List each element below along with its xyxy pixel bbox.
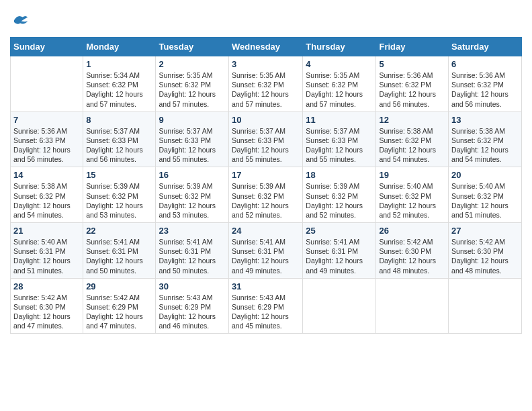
day-number: 19	[379, 170, 445, 180]
calendar-cell: 15Sunrise: 5:39 AM Sunset: 6:32 PM Dayli…	[83, 167, 156, 223]
calendar-cell: 29Sunrise: 5:42 AM Sunset: 6:29 PM Dayli…	[83, 278, 156, 334]
day-number: 9	[159, 115, 226, 125]
day-number: 6	[451, 59, 519, 69]
calendar-cell: 23Sunrise: 5:41 AM Sunset: 6:31 PM Dayli…	[156, 223, 229, 279]
day-number: 3	[232, 59, 300, 69]
day-info: Sunrise: 5:41 AM Sunset: 6:31 PM Dayligh…	[159, 237, 226, 275]
day-info: Sunrise: 5:37 AM Sunset: 6:33 PM Dayligh…	[159, 126, 226, 165]
day-number: 25	[306, 226, 373, 236]
day-info: Sunrise: 5:40 AM Sunset: 6:32 PM Dayligh…	[379, 181, 445, 220]
day-info: Sunrise: 5:39 AM Sunset: 6:32 PM Dayligh…	[86, 181, 152, 220]
day-number: 27	[451, 226, 519, 236]
calendar-cell: 3Sunrise: 5:35 AM Sunset: 6:32 PM Daylig…	[229, 56, 303, 112]
day-number: 2	[159, 59, 226, 69]
calendar-cell: 5Sunrise: 5:36 AM Sunset: 6:32 PM Daylig…	[376, 56, 449, 112]
day-number: 20	[451, 170, 519, 180]
day-number: 15	[86, 170, 152, 180]
page-header	[10, 10, 522, 30]
day-info: Sunrise: 5:41 AM Sunset: 6:31 PM Dayligh…	[86, 237, 152, 275]
calendar-cell: 28Sunrise: 5:42 AM Sunset: 6:30 PM Dayli…	[11, 278, 83, 334]
day-info: Sunrise: 5:38 AM Sunset: 6:32 PM Dayligh…	[13, 181, 80, 220]
week-row-4: 21Sunrise: 5:40 AM Sunset: 6:31 PM Dayli…	[11, 223, 522, 279]
day-number: 11	[306, 115, 373, 125]
day-info: Sunrise: 5:36 AM Sunset: 6:32 PM Dayligh…	[451, 71, 519, 109]
day-info: Sunrise: 5:39 AM Sunset: 6:32 PM Dayligh…	[232, 181, 300, 220]
day-info: Sunrise: 5:38 AM Sunset: 6:32 PM Dayligh…	[379, 126, 445, 165]
week-row-5: 28Sunrise: 5:42 AM Sunset: 6:30 PM Dayli…	[11, 278, 522, 334]
calendar-cell: 22Sunrise: 5:41 AM Sunset: 6:31 PM Dayli…	[83, 223, 156, 279]
day-number: 24	[232, 226, 300, 236]
calendar-cell: 6Sunrise: 5:36 AM Sunset: 6:32 PM Daylig…	[449, 56, 522, 112]
calendar-cell: 7Sunrise: 5:36 AM Sunset: 6:33 PM Daylig…	[11, 111, 83, 167]
day-info: Sunrise: 5:39 AM Sunset: 6:32 PM Dayligh…	[159, 181, 226, 220]
day-info: Sunrise: 5:43 AM Sunset: 6:29 PM Dayligh…	[159, 293, 226, 331]
day-number: 10	[232, 115, 300, 125]
calendar-cell: 14Sunrise: 5:38 AM Sunset: 6:32 PM Dayli…	[11, 167, 83, 223]
logo	[10, 10, 33, 30]
day-number: 16	[159, 170, 226, 180]
calendar-cell: 10Sunrise: 5:37 AM Sunset: 6:33 PM Dayli…	[229, 111, 303, 167]
calendar-cell: 21Sunrise: 5:40 AM Sunset: 6:31 PM Dayli…	[11, 223, 83, 279]
day-info: Sunrise: 5:37 AM Sunset: 6:33 PM Dayligh…	[306, 126, 373, 165]
day-info: Sunrise: 5:35 AM Sunset: 6:32 PM Dayligh…	[232, 71, 300, 109]
day-number: 7	[13, 115, 80, 125]
calendar-cell: 20Sunrise: 5:40 AM Sunset: 6:32 PM Dayli…	[449, 167, 522, 223]
day-number: 8	[86, 115, 152, 125]
column-header-friday: Friday	[376, 38, 449, 56]
day-number: 14	[13, 170, 80, 180]
day-number: 17	[232, 170, 300, 180]
day-number: 5	[379, 59, 445, 69]
week-row-3: 14Sunrise: 5:38 AM Sunset: 6:32 PM Dayli…	[11, 167, 522, 223]
day-number: 18	[306, 170, 373, 180]
day-number: 13	[451, 115, 519, 125]
calendar-cell: 4Sunrise: 5:35 AM Sunset: 6:32 PM Daylig…	[303, 56, 376, 112]
day-number: 12	[379, 115, 445, 125]
day-info: Sunrise: 5:41 AM Sunset: 6:31 PM Dayligh…	[306, 237, 373, 275]
calendar-cell: 30Sunrise: 5:43 AM Sunset: 6:29 PM Dayli…	[156, 278, 229, 334]
day-info: Sunrise: 5:39 AM Sunset: 6:32 PM Dayligh…	[306, 181, 373, 220]
column-header-tuesday: Tuesday	[156, 38, 229, 56]
calendar-cell: 9Sunrise: 5:37 AM Sunset: 6:33 PM Daylig…	[156, 111, 229, 167]
calendar-cell: 26Sunrise: 5:42 AM Sunset: 6:30 PM Dayli…	[376, 223, 449, 279]
logo-bird-icon	[10, 10, 30, 30]
column-header-wednesday: Wednesday	[229, 38, 303, 56]
day-number: 31	[232, 281, 300, 291]
day-info: Sunrise: 5:37 AM Sunset: 6:33 PM Dayligh…	[86, 126, 152, 165]
calendar-cell: 13Sunrise: 5:38 AM Sunset: 6:32 PM Dayli…	[449, 111, 522, 167]
calendar-cell: 18Sunrise: 5:39 AM Sunset: 6:32 PM Dayli…	[303, 167, 376, 223]
day-info: Sunrise: 5:40 AM Sunset: 6:31 PM Dayligh…	[13, 237, 80, 275]
calendar-body: 1Sunrise: 5:34 AM Sunset: 6:32 PM Daylig…	[11, 56, 522, 334]
day-info: Sunrise: 5:41 AM Sunset: 6:31 PM Dayligh…	[232, 237, 300, 275]
column-header-monday: Monday	[83, 38, 156, 56]
column-header-sunday: Sunday	[11, 38, 83, 56]
column-header-thursday: Thursday	[303, 38, 376, 56]
calendar-cell	[303, 278, 376, 334]
calendar-cell: 19Sunrise: 5:40 AM Sunset: 6:32 PM Dayli…	[376, 167, 449, 223]
calendar-header: SundayMondayTuesdayWednesdayThursdayFrid…	[11, 38, 522, 56]
calendar-cell: 2Sunrise: 5:35 AM Sunset: 6:32 PM Daylig…	[156, 56, 229, 112]
day-info: Sunrise: 5:37 AM Sunset: 6:33 PM Dayligh…	[232, 126, 300, 165]
day-number: 29	[86, 281, 152, 291]
day-number: 23	[159, 226, 226, 236]
calendar-cell: 17Sunrise: 5:39 AM Sunset: 6:32 PM Dayli…	[229, 167, 303, 223]
calendar-cell: 24Sunrise: 5:41 AM Sunset: 6:31 PM Dayli…	[229, 223, 303, 279]
day-info: Sunrise: 5:35 AM Sunset: 6:32 PM Dayligh…	[159, 71, 226, 109]
day-info: Sunrise: 5:42 AM Sunset: 6:30 PM Dayligh…	[13, 293, 80, 331]
calendar-cell: 1Sunrise: 5:34 AM Sunset: 6:32 PM Daylig…	[83, 56, 156, 112]
day-number: 28	[13, 281, 80, 291]
calendar-cell	[11, 56, 83, 112]
day-number: 4	[306, 59, 373, 69]
day-info: Sunrise: 5:36 AM Sunset: 6:32 PM Dayligh…	[379, 71, 445, 109]
day-number: 21	[13, 226, 80, 236]
calendar-cell: 31Sunrise: 5:43 AM Sunset: 6:29 PM Dayli…	[229, 278, 303, 334]
calendar-cell	[449, 278, 522, 334]
calendar-cell: 25Sunrise: 5:41 AM Sunset: 6:31 PM Dayli…	[303, 223, 376, 279]
day-number: 1	[86, 59, 152, 69]
day-number: 26	[379, 226, 445, 236]
day-number: 30	[159, 281, 226, 291]
day-info: Sunrise: 5:42 AM Sunset: 6:30 PM Dayligh…	[379, 237, 445, 275]
calendar-cell: 11Sunrise: 5:37 AM Sunset: 6:33 PM Dayli…	[303, 111, 376, 167]
day-info: Sunrise: 5:35 AM Sunset: 6:32 PM Dayligh…	[306, 71, 373, 109]
calendar-table: SundayMondayTuesdayWednesdayThursdayFrid…	[10, 37, 522, 334]
day-info: Sunrise: 5:43 AM Sunset: 6:29 PM Dayligh…	[232, 293, 300, 331]
